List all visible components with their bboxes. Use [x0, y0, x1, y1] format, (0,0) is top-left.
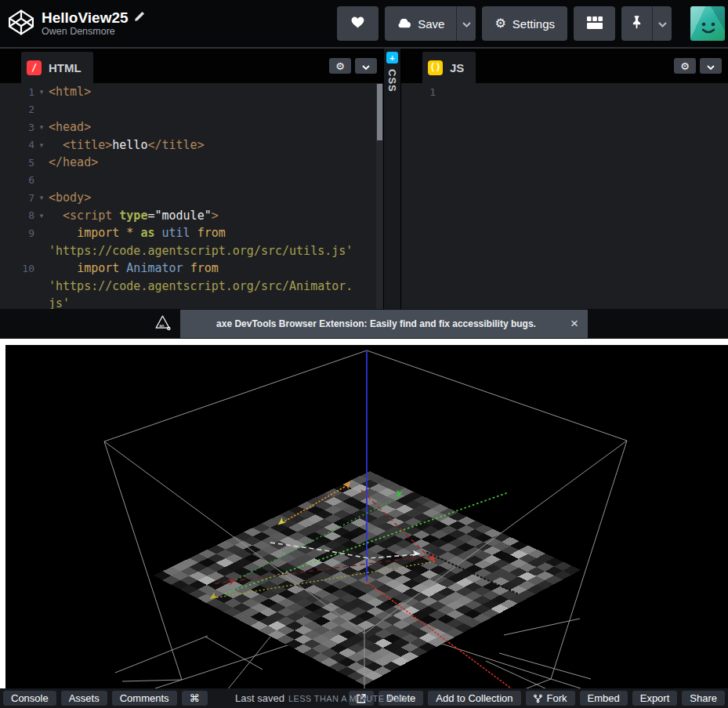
js-tab-label: JS — [450, 61, 464, 74]
export-label: Export — [640, 692, 670, 704]
settings-button[interactable]: ⚙ Settings — [482, 6, 567, 41]
css-panel-icon: + — [386, 52, 398, 64]
html-panel-collapse-button[interactable] — [355, 58, 377, 74]
pin-button-group — [621, 6, 672, 41]
assets-label: Assets — [69, 692, 100, 704]
js-code-editor[interactable]: 1 — [401, 83, 728, 309]
header-actions: Save ⚙ Settings — [337, 6, 728, 41]
html-panel-icon: / — [27, 60, 42, 75]
notification-close-button[interactable]: × — [567, 310, 581, 338]
code-line: 4▾ <title>hello</title> — [0, 136, 383, 154]
code-line: 9 import * as util from — [0, 224, 383, 242]
share-button[interactable]: Share — [682, 691, 725, 706]
like-button[interactable] — [337, 6, 378, 41]
last-saved-time: LESS THAN A MINUTE AGO — [288, 694, 407, 703]
share-label: Share — [690, 692, 717, 704]
save-status: Last saved LESS THAN A MINUTE AGO — [235, 688, 407, 708]
code-line: 8▾ <script type="module"> — [0, 207, 383, 225]
fork-label: Fork — [547, 692, 567, 704]
chevron-down-icon — [362, 61, 370, 71]
last-saved-label: Last saved — [235, 692, 284, 704]
chevron-down-icon — [462, 18, 471, 30]
js-panel-icon: () — [428, 60, 443, 75]
css-panel-collapsed[interactable]: + CSS — [384, 49, 400, 309]
code-line: 3▾<head> — [0, 118, 383, 136]
console-label: Console — [11, 692, 49, 704]
code-line: js' — [0, 295, 383, 309]
console-button[interactable]: Console — [3, 691, 56, 706]
comments-label: Comments — [120, 692, 169, 704]
codepen-logo-icon[interactable] — [8, 8, 34, 39]
embed-button[interactable]: Embed — [580, 691, 628, 706]
avatar[interactable] — [690, 6, 725, 41]
svg-text:ax: ax — [159, 322, 164, 327]
3d-model-canvas[interactable] — [5, 345, 728, 688]
heart-icon — [351, 16, 364, 31]
settings-button-label: Settings — [512, 17, 555, 31]
js-panel: () JS ⚙ 1 — [401, 49, 728, 309]
keyboard-shortcuts-label: ⌘ — [190, 692, 200, 704]
code-line: 'https://code.agentscript.org/src/Animat… — [0, 278, 383, 296]
gear-icon: ⚙ — [494, 17, 505, 30]
js-panel-bar: () JS ⚙ — [401, 49, 728, 83]
pin-button[interactable] — [621, 6, 652, 41]
scrollbar-thumb[interactable] — [377, 84, 382, 140]
axe-devtools-logo-icon: ax — [154, 314, 172, 335]
agentscript-3d-scene — [5, 345, 728, 688]
pen-titles: HelloView25 Owen Densmore — [42, 10, 145, 37]
editor-panels: / HTML ⚙ 1▾<html>23▾<head>4▾ <title>hell… — [0, 49, 728, 309]
gear-icon: ⚙ — [335, 61, 345, 71]
add-to-collection-button[interactable]: Add to Collection — [428, 691, 520, 706]
notification-text: axe DevTools Browser Extension: Easily f… — [216, 318, 536, 329]
code-line: 1 — [401, 83, 728, 101]
notification-message: axe DevTools Browser Extension: Easily f… — [180, 310, 588, 338]
save-button-label: Save — [418, 17, 444, 31]
html-code-editor[interactable]: 1▾<html>23▾<head>4▾ <title>hello</title>… — [0, 83, 383, 309]
chevron-down-icon — [658, 18, 667, 30]
gear-icon: ⚙ — [680, 61, 690, 71]
change-view-button[interactable] — [574, 6, 615, 41]
embed-label: Embed — [588, 692, 620, 704]
save-options-chevron-button[interactable] — [456, 6, 476, 41]
save-button-group: Save — [385, 6, 476, 41]
code-line: 10 import Animator from — [0, 260, 383, 278]
edit-title-pencil-icon[interactable] — [134, 11, 145, 25]
html-panel: / HTML ⚙ 1▾<html>23▾<head>4▾ <title>hell… — [0, 49, 383, 309]
notification-bar: ax axe DevTools Browser Extension: Easil… — [0, 309, 728, 339]
js-panel-settings-button[interactable]: ⚙ — [674, 58, 696, 74]
keyboard-shortcuts-button[interactable]: ⌘ — [182, 691, 208, 706]
code-line: 7▾<body> — [0, 189, 383, 207]
html-panel-bar: / HTML ⚙ — [0, 49, 383, 83]
css-tab-label: CSS — [386, 69, 398, 93]
pen-author: Owen Densmore — [42, 27, 145, 37]
cloud-icon — [397, 17, 411, 31]
code-line: 1▾<html> — [0, 83, 383, 101]
export-button[interactable]: Export — [632, 691, 678, 706]
chevron-down-icon — [707, 61, 715, 71]
fork-button[interactable]: Fork — [526, 691, 575, 706]
fork-icon — [534, 694, 542, 703]
pin-options-chevron-button[interactable] — [652, 6, 672, 41]
header: HelloView25 Owen Densmore Save — [0, 0, 728, 49]
tab-html[interactable]: / HTML — [21, 52, 93, 83]
html-tab-label: HTML — [49, 61, 81, 74]
preview-pane — [0, 339, 728, 688]
footer-bar: ConsoleAssetsComments⌘ Last saved LESS T… — [0, 688, 728, 708]
comments-button[interactable]: Comments — [112, 691, 177, 706]
close-icon: × — [570, 316, 578, 331]
tab-js[interactable]: () JS — [422, 52, 476, 83]
save-button[interactable]: Save — [385, 6, 456, 41]
code-line: 2 — [0, 101, 383, 119]
add-to-collection-label: Add to Collection — [436, 692, 512, 704]
js-panel-collapse-button[interactable] — [700, 58, 722, 74]
page-title: HelloView25 — [42, 10, 129, 25]
assets-button[interactable]: Assets — [61, 691, 107, 706]
code-line: 6 — [0, 172, 383, 190]
layout-grid-icon — [587, 16, 603, 31]
html-panel-settings-button[interactable]: ⚙ — [329, 58, 351, 74]
footer-left-buttons: ConsoleAssetsComments⌘ — [3, 691, 208, 706]
pushpin-icon — [632, 16, 642, 31]
code-line: 5</head> — [0, 154, 383, 172]
code-line: 'https://code.agentscript.org/src/utils.… — [0, 242, 383, 260]
